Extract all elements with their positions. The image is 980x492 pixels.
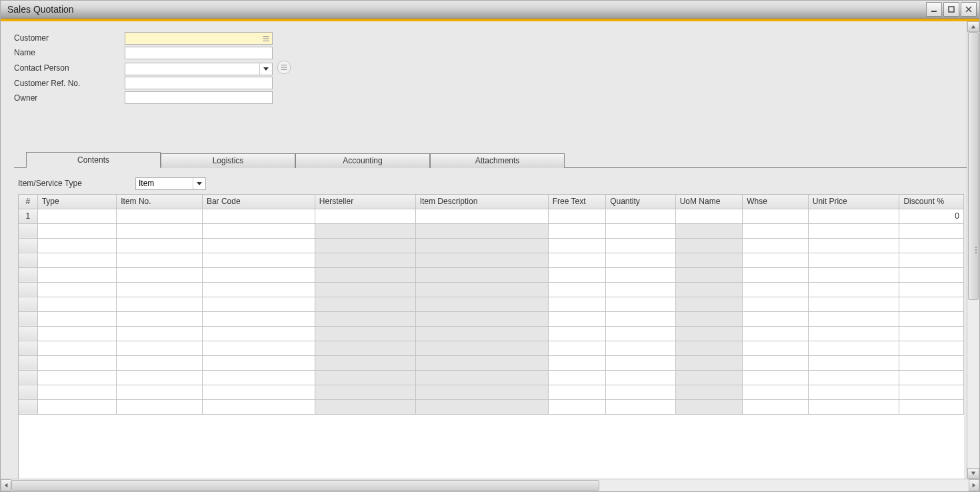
grid-cell-hersteller[interactable]: [315, 341, 415, 355]
grid-cell-type[interactable]: [37, 370, 117, 385]
grid-cell-quantity[interactable]: [606, 311, 676, 326]
owner-input[interactable]: [125, 91, 273, 104]
col-free-text[interactable]: Free Text: [548, 195, 605, 209]
table-row[interactable]: 10: [19, 209, 964, 223]
contact-person-combo[interactable]: [125, 63, 273, 75]
grid-cell-uomname[interactable]: [675, 341, 743, 355]
grid-cell-discountpct[interactable]: [899, 253, 964, 267]
col-whse[interactable]: Whse: [743, 195, 809, 209]
grid-cell-hersteller[interactable]: [315, 370, 415, 385]
minimize-button[interactable]: [926, 2, 942, 17]
grid-cell-freetext[interactable]: [548, 267, 605, 282]
grid-cell-type[interactable]: [37, 297, 117, 311]
col-bar-code[interactable]: Bar Code: [202, 195, 315, 209]
table-row[interactable]: [19, 223, 964, 238]
grid-cell-discountpct[interactable]: [899, 311, 964, 326]
grid-cell-itemdesc[interactable]: [415, 297, 548, 311]
table-row[interactable]: [19, 238, 964, 253]
grid-cell-uomname[interactable]: [675, 223, 743, 238]
grid-cell-unitprice[interactable]: [808, 341, 899, 355]
grid-cell-unitprice[interactable]: [808, 297, 899, 311]
grid-cell-itemno[interactable]: [117, 311, 203, 326]
grid-cell-itemdesc[interactable]: [415, 355, 548, 370]
grid-cell-itemdesc[interactable]: [415, 311, 548, 326]
grid-cell-itemno[interactable]: [117, 253, 203, 267]
grid-cell-freetext[interactable]: [548, 223, 605, 238]
grid-cell-num[interactable]: [19, 399, 37, 414]
grid-cell-uomname[interactable]: [675, 209, 743, 223]
customer-lookup-button[interactable]: [260, 33, 272, 45]
grid-cell-barcode[interactable]: [202, 355, 315, 370]
grid-cell-hersteller[interactable]: [315, 385, 415, 399]
grid-cell-type[interactable]: [37, 253, 117, 267]
table-row[interactable]: [19, 370, 964, 385]
grid-cell-uomname[interactable]: [675, 326, 743, 341]
customer-ref-no-input[interactable]: [125, 77, 273, 89]
col-uom-name[interactable]: UoM Name: [675, 195, 743, 209]
grid-cell-discountpct[interactable]: [899, 341, 964, 355]
grid-cell-barcode[interactable]: [202, 282, 315, 297]
grid-cell-num[interactable]: [19, 341, 37, 355]
grid-cell-unitprice[interactable]: [808, 311, 899, 326]
col-item-description[interactable]: Item Description: [415, 195, 548, 209]
grid-cell-unitprice[interactable]: [808, 209, 899, 223]
grid-cell-whse[interactable]: [743, 355, 809, 370]
grid-cell-quantity[interactable]: [606, 326, 676, 341]
grid-cell-discountpct[interactable]: [899, 326, 964, 341]
scroll-down-button[interactable]: [967, 468, 979, 479]
grid-cell-itemno[interactable]: [117, 399, 203, 414]
grid-cell-quantity[interactable]: [606, 238, 676, 253]
grid-cell-itemno[interactable]: [117, 341, 203, 355]
grid-cell-num[interactable]: [19, 238, 37, 253]
grid-cell-unitprice[interactable]: [808, 282, 899, 297]
grid-cell-barcode[interactable]: [202, 341, 315, 355]
grid-cell-num[interactable]: [19, 223, 37, 238]
grid-cell-num[interactable]: [19, 253, 37, 267]
grid-cell-unitprice[interactable]: [808, 253, 899, 267]
grid-cell-discountpct[interactable]: [899, 370, 964, 385]
grid-cell-barcode[interactable]: [202, 311, 315, 326]
grid-cell-barcode[interactable]: [202, 385, 315, 399]
grid-cell-freetext[interactable]: [548, 209, 605, 223]
grid-cell-unitprice[interactable]: [808, 267, 899, 282]
grid-cell-hersteller[interactable]: [315, 209, 415, 223]
grid-cell-hersteller[interactable]: [315, 223, 415, 238]
horizontal-scrollbar[interactable]: [1, 479, 979, 491]
grid-cell-num[interactable]: [19, 267, 37, 282]
grid-cell-barcode[interactable]: [202, 370, 315, 385]
grid-cell-unitprice[interactable]: [808, 355, 899, 370]
grid-cell-barcode[interactable]: [202, 223, 315, 238]
grid-cell-freetext[interactable]: [548, 253, 605, 267]
grid-cell-quantity[interactable]: [606, 385, 676, 399]
grid-cell-discountpct[interactable]: [899, 399, 964, 414]
grid-cell-whse[interactable]: [743, 311, 809, 326]
grid-cell-uomname[interactable]: [675, 282, 743, 297]
grid-cell-freetext[interactable]: [548, 282, 605, 297]
vertical-scrollbar[interactable]: [967, 21, 979, 479]
grid-cell-quantity[interactable]: [606, 253, 676, 267]
grid-cell-whse[interactable]: [743, 223, 809, 238]
grid-cell-whse[interactable]: [743, 370, 809, 385]
grid-cell-unitprice[interactable]: [808, 399, 899, 414]
grid-cell-quantity[interactable]: [606, 267, 676, 282]
table-row[interactable]: [19, 267, 964, 282]
grid-cell-itemno[interactable]: [117, 267, 203, 282]
col-unit-price[interactable]: Unit Price: [808, 195, 899, 209]
grid-cell-whse[interactable]: [743, 282, 809, 297]
grid-cell-barcode[interactable]: [202, 267, 315, 282]
grid-cell-barcode[interactable]: [202, 209, 315, 223]
grid-cell-hersteller[interactable]: [315, 253, 415, 267]
grid-cell-freetext[interactable]: [548, 355, 605, 370]
grid-cell-itemno[interactable]: [117, 355, 203, 370]
grid-cell-hersteller[interactable]: [315, 282, 415, 297]
grid-cell-freetext[interactable]: [548, 311, 605, 326]
grid-cell-freetext[interactable]: [548, 399, 605, 414]
grid-cell-discountpct[interactable]: 0: [899, 209, 964, 223]
item-service-type-dropdown-button[interactable]: [193, 178, 205, 189]
grid-cell-unitprice[interactable]: [808, 370, 899, 385]
table-row[interactable]: [19, 253, 964, 267]
grid-cell-type[interactable]: [37, 238, 117, 253]
tab-attachments[interactable]: Attachments: [430, 153, 565, 168]
tab-accounting[interactable]: Accounting: [295, 153, 430, 168]
grid-cell-itemno[interactable]: [117, 297, 203, 311]
